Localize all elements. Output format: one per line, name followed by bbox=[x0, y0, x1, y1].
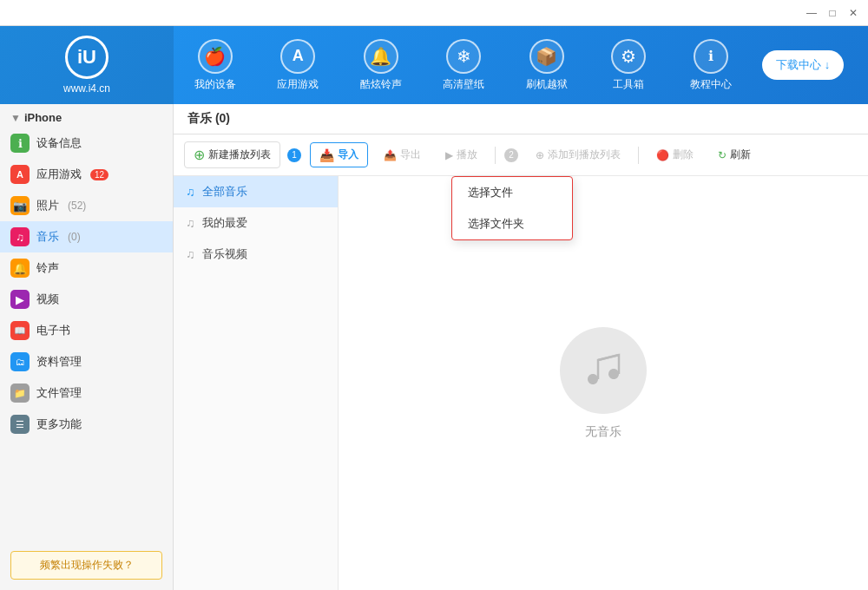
sidebar-item-ebook[interactable]: 📖 电子书 bbox=[0, 315, 173, 346]
data-manage-icon: 🗂 bbox=[10, 352, 30, 371]
delete-icon: 🔴 bbox=[656, 149, 669, 161]
device-info-label: 设备信息 bbox=[36, 135, 82, 151]
music-icon: ♫ bbox=[10, 227, 30, 246]
export-label: 导出 bbox=[400, 148, 421, 162]
nav-ringtones[interactable]: 🔔 酷炫铃声 bbox=[350, 32, 412, 99]
main-layout: ▼ iPhone ℹ 设备信息 A 应用游戏 12 📷 照片 (52) ♫ 音乐… bbox=[0, 104, 868, 590]
nav-jailbreak[interactable]: 📦 刷机越狱 bbox=[516, 32, 578, 99]
music-video-label: 音乐视频 bbox=[202, 246, 247, 262]
more-label: 更多功能 bbox=[36, 416, 82, 432]
nav-tools-icon: ⚙ bbox=[611, 39, 646, 74]
ebook-icon: 📖 bbox=[10, 321, 30, 340]
toolbar: ⊕ 新建播放列表 1 📥 导入 📤 导出 ▶ 播放 2 bbox=[174, 134, 868, 176]
favorites-label: 我的最爱 bbox=[202, 215, 247, 231]
sidebar-item-more[interactable]: ☰ 更多功能 bbox=[0, 409, 173, 440]
nav-tutorials[interactable]: ℹ 教程中心 bbox=[680, 32, 742, 99]
favorites-item[interactable]: ♫ 我的最爱 bbox=[174, 207, 338, 239]
nav-ringtones-label: 酷炫铃声 bbox=[360, 77, 402, 92]
video-label: 视频 bbox=[36, 292, 59, 307]
refresh-label: 刷新 bbox=[730, 148, 751, 162]
delete-btn[interactable]: 🔴 删除 bbox=[648, 143, 702, 167]
import-dropdown: 选择文件 选择文件夹 bbox=[451, 176, 573, 240]
minimize-btn[interactable]: — bbox=[802, 3, 821, 23]
nav-wallpapers[interactable]: ❄ 高清壁纸 bbox=[432, 32, 495, 99]
file-manage-label: 文件管理 bbox=[36, 385, 82, 401]
device-info-icon: ℹ bbox=[10, 134, 30, 153]
play-icon: ▶ bbox=[445, 149, 453, 161]
nav-wallpapers-label: 高清壁纸 bbox=[443, 77, 484, 92]
sidebar: ▼ iPhone ℹ 设备信息 A 应用游戏 12 📷 照片 (52) ♫ 音乐… bbox=[0, 104, 174, 590]
nav-apps-icon: A bbox=[280, 39, 315, 74]
select-file-item[interactable]: 选择文件 bbox=[452, 177, 572, 208]
more-icon: ☰ bbox=[10, 415, 30, 434]
sidebar-item-file-manage[interactable]: 📁 文件管理 bbox=[0, 377, 173, 409]
sidebar-item-photos[interactable]: 📷 照片 (52) bbox=[0, 190, 173, 221]
nav-tutorials-icon: ℹ bbox=[694, 39, 728, 74]
logo-area: iU www.i4.cn bbox=[0, 26, 174, 104]
close-btn[interactable]: ✕ bbox=[844, 3, 863, 23]
music-video-icon: ♫ bbox=[186, 247, 195, 261]
import-label: 导入 bbox=[338, 148, 358, 162]
refresh-icon: ↻ bbox=[718, 149, 727, 161]
freq-btn[interactable]: 频繁出现操作失败？ bbox=[10, 551, 162, 580]
apps-icon: A bbox=[10, 165, 30, 184]
all-music-label: 全部音乐 bbox=[202, 184, 247, 200]
play-btn[interactable]: ▶ 播放 bbox=[437, 143, 486, 167]
add-to-playlist-btn[interactable]: ⊕ 添加到播放列表 bbox=[527, 143, 629, 167]
separator1 bbox=[495, 147, 496, 164]
nav-ringtones-icon: 🔔 bbox=[364, 39, 398, 74]
download-btn[interactable]: 下载中心 ↓ bbox=[762, 50, 844, 80]
photos-icon: 📷 bbox=[10, 196, 30, 215]
import-btn[interactable]: 📥 导入 bbox=[310, 142, 368, 167]
apps-badge: 12 bbox=[90, 169, 108, 180]
content-header: 音乐 (0) bbox=[174, 104, 868, 134]
photos-count: (52) bbox=[68, 200, 86, 212]
music-video-item[interactable]: ♫ 音乐视频 bbox=[174, 239, 338, 270]
new-playlist-btn[interactable]: ⊕ 新建播放列表 bbox=[184, 141, 280, 168]
nav-tools[interactable]: ⚙ 工具箱 bbox=[598, 32, 659, 99]
delete-label: 删除 bbox=[673, 148, 694, 162]
header: iU www.i4.cn 🍎 我的设备 A 应用游戏 🔔 酷炫铃声 ❄ 高清壁纸… bbox=[0, 26, 868, 104]
nav-my-device[interactable]: 🍎 我的设备 bbox=[184, 32, 247, 99]
nav-wallpapers-icon: ❄ bbox=[446, 39, 481, 74]
content: 音乐 (0) ⊕ 新建播放列表 1 📥 导入 📤 导出 ▶ 播放 bbox=[174, 104, 868, 590]
ringtone-icon: 🔔 bbox=[10, 259, 30, 278]
empty-text: 无音乐 bbox=[585, 424, 621, 440]
sidebar-item-device-info[interactable]: ℹ 设备信息 bbox=[0, 128, 173, 159]
sidebar-item-data-manage[interactable]: 🗂 资料管理 bbox=[0, 346, 173, 377]
nav-jailbreak-label: 刷机越狱 bbox=[526, 77, 568, 92]
logo-icon: iU bbox=[65, 36, 108, 79]
refresh-btn[interactable]: ↻ 刷新 bbox=[709, 143, 760, 167]
add-to-playlist-label: 添加到播放列表 bbox=[548, 148, 621, 162]
photos-label: 照片 bbox=[36, 198, 59, 213]
sidebar-item-apps[interactable]: A 应用游戏 12 bbox=[0, 159, 173, 190]
sidebar-item-ringtone[interactable]: 🔔 铃声 bbox=[0, 252, 173, 284]
maximize-btn[interactable]: □ bbox=[823, 3, 842, 23]
music-sidebar: ♫ 全部音乐 ♫ 我的最爱 ♫ 音乐视频 bbox=[174, 176, 339, 590]
add-to-playlist-icon: ⊕ bbox=[536, 149, 544, 161]
sidebar-footer: 频繁出现操作失败？ bbox=[0, 541, 173, 590]
step1-badge: 1 bbox=[287, 148, 301, 162]
sidebar-item-music[interactable]: ♫ 音乐 (0) bbox=[0, 221, 173, 252]
sidebar-section-label: iPhone bbox=[24, 111, 62, 124]
ebook-label: 电子书 bbox=[36, 323, 70, 338]
music-label: 音乐 bbox=[36, 229, 59, 245]
title-bar: — □ ✕ bbox=[0, 0, 868, 26]
export-btn[interactable]: 📤 导出 bbox=[375, 143, 430, 167]
ringtone-label: 铃声 bbox=[36, 260, 59, 276]
export-icon: 📤 bbox=[384, 149, 397, 161]
import-icon: 📥 bbox=[319, 148, 334, 162]
step2-badge: 2 bbox=[504, 148, 518, 162]
separator2 bbox=[638, 147, 639, 164]
new-playlist-plus-icon: ⊕ bbox=[194, 147, 205, 163]
logo-text: www.i4.cn bbox=[63, 82, 110, 95]
nav-apps[interactable]: A 应用游戏 bbox=[266, 32, 329, 99]
sidebar-item-video[interactable]: ▶ 视频 bbox=[0, 284, 173, 315]
favorites-icon: ♫ bbox=[186, 216, 195, 230]
new-playlist-label: 新建播放列表 bbox=[208, 148, 271, 162]
select-folder-item[interactable]: 选择文件夹 bbox=[452, 208, 572, 239]
nav-items: 🍎 我的设备 A 应用游戏 🔔 酷炫铃声 ❄ 高清壁纸 📦 刷机越狱 ⚙ 工具箱… bbox=[174, 26, 868, 104]
all-music-item[interactable]: ♫ 全部音乐 bbox=[174, 176, 338, 207]
sidebar-section-title: ▼ iPhone bbox=[0, 104, 173, 128]
file-manage-icon: 📁 bbox=[10, 384, 30, 403]
